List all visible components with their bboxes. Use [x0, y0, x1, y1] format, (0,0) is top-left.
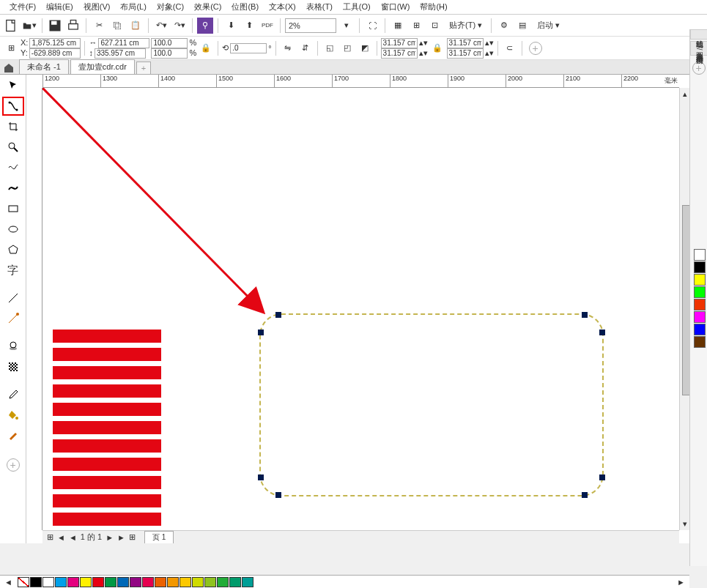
undo-button[interactable]: ↶▾ [153, 18, 169, 34]
polygon-tool[interactable] [2, 240, 24, 259]
color-swatch[interactable] [694, 286, 706, 298]
copy-button[interactable]: ⿻ [109, 18, 125, 34]
color-swatch[interactable] [229, 577, 241, 587]
horizontal-ruler[interactable]: 1200130014001500160017001800190020002100… [42, 75, 679, 88]
fill-tool[interactable] [2, 406, 24, 425]
rotation-input[interactable] [230, 43, 267, 53]
scale-y-input[interactable] [151, 48, 188, 59]
next-page-button[interactable]: ► [116, 533, 127, 542]
grid-button[interactable]: ▦ [390, 18, 406, 34]
search-button[interactable]: ⚲ [197, 18, 213, 34]
crop-tool[interactable] [2, 117, 24, 136]
zoom-tool[interactable] [2, 138, 24, 157]
color-swatch[interactable] [155, 577, 166, 587]
add-docker-button[interactable]: + [692, 62, 706, 75]
guides-button[interactable]: ⊡ [426, 18, 443, 34]
color-swatch[interactable] [694, 261, 706, 273]
shape-node[interactable] [258, 475, 264, 480]
outline-tool[interactable] [2, 426, 24, 445]
import-button[interactable]: ⬇ [223, 18, 239, 34]
menu-help[interactable]: 帮助(H) [415, 1, 452, 12]
shape-node[interactable] [582, 492, 588, 498]
menu-window[interactable]: 窗口(W) [376, 1, 415, 12]
drawing-canvas[interactable] [42, 88, 679, 530]
menu-effect[interactable]: 效果(C) [189, 1, 226, 12]
shape-node[interactable] [275, 312, 281, 318]
scale-x-input[interactable] [151, 38, 188, 48]
rectangle-tool[interactable] [2, 199, 24, 218]
color-swatch[interactable] [130, 577, 141, 587]
corner-scallop-button[interactable]: ◰ [339, 40, 355, 56]
selected-rounded-rectangle[interactable] [259, 313, 604, 496]
mirror-h-button[interactable]: ⇋ [280, 40, 296, 56]
zoom-level-input[interactable] [285, 18, 336, 33]
pdf-button[interactable]: PDF [259, 18, 275, 34]
color-swatch[interactable] [204, 577, 216, 587]
drop-shadow-tool[interactable] [2, 337, 24, 356]
eyedropper-tool[interactable] [2, 385, 24, 404]
scroll-down-icon[interactable]: ▾ [683, 519, 687, 529]
menu-edit[interactable]: 编辑(E) [41, 1, 78, 12]
docker-corners[interactable]: 圆角/扇形角/倒棱角 [690, 41, 707, 56]
palette-right-icon[interactable]: ► [673, 578, 689, 587]
print-button[interactable] [65, 18, 81, 34]
shape-node[interactable] [258, 330, 264, 335]
freehand-tool[interactable] [2, 158, 24, 177]
menu-table[interactable]: 表格(T) [301, 1, 338, 12]
width-input[interactable] [98, 38, 149, 48]
menu-view[interactable]: 视图(V) [78, 1, 116, 12]
corner-br-input[interactable] [447, 48, 484, 59]
y-position-input[interactable] [29, 48, 81, 59]
menu-layout[interactable]: 布局(L) [115, 1, 151, 12]
menu-tools[interactable]: 工具(O) [338, 1, 376, 12]
no-color-swatch[interactable] [694, 249, 706, 261]
cut-button[interactable]: ✂ [91, 18, 107, 34]
tab-new[interactable]: + [136, 62, 151, 74]
add-tool-button[interactable]: + [7, 458, 20, 472]
color-swatch[interactable] [117, 577, 129, 587]
shape-node[interactable] [599, 475, 605, 480]
corner-bl-input[interactable] [381, 48, 418, 59]
shape-node[interactable] [599, 330, 605, 335]
snap-dropdown[interactable]: 贴齐(T) ▾ [445, 20, 486, 31]
last-page-button[interactable]: ⊞ [127, 532, 137, 542]
red-stripes-object[interactable] [53, 330, 161, 543]
paste-button[interactable]: 📋 [127, 18, 144, 34]
home-icon[interactable] [3, 62, 15, 74]
next-button[interactable]: ► [104, 533, 115, 542]
shape-node[interactable] [582, 312, 588, 318]
corner-round-button[interactable]: ◱ [322, 40, 338, 56]
corner-lock-button[interactable]: 🔒 [429, 40, 445, 56]
options-button[interactable]: ⚙ [496, 18, 512, 34]
color-swatch[interactable] [192, 577, 204, 587]
shape-tool[interactable] [2, 97, 24, 116]
launch-dropdown[interactable]: 启动 ▾ [533, 20, 564, 31]
color-swatch[interactable] [242, 577, 253, 587]
color-swatch[interactable] [105, 577, 116, 587]
prev-button[interactable]: ◄ [67, 533, 78, 542]
lock-ratio-button[interactable]: 🔒 [198, 40, 214, 56]
artistic-media-tool[interactable] [2, 179, 24, 198]
color-swatch[interactable] [179, 577, 191, 587]
color-swatch[interactable] [67, 577, 79, 587]
mirror-v-button[interactable]: ⇵ [297, 40, 314, 56]
color-swatch[interactable] [92, 577, 104, 587]
add-property-button[interactable]: + [529, 42, 542, 55]
tab-doc1[interactable]: 未命名 -1 [19, 59, 69, 74]
color-swatch[interactable] [694, 336, 706, 348]
transparency-tool[interactable] [2, 357, 24, 376]
layout-button[interactable]: ▤ [514, 18, 530, 34]
menu-bitmap[interactable]: 位图(B) [226, 1, 264, 12]
no-fill-swatch[interactable] [18, 577, 29, 587]
color-swatch[interactable] [694, 324, 706, 335]
shape-node[interactable] [275, 492, 281, 498]
new-button[interactable] [3, 18, 19, 34]
fullscreen-button[interactable]: ⛶ [364, 18, 380, 34]
prev-page-button[interactable]: ◄ [56, 533, 67, 542]
color-swatch[interactable] [167, 577, 179, 587]
object-origin-icon[interactable]: ⊞ [3, 40, 19, 56]
wrap-text-button[interactable]: ⊂ [502, 40, 518, 56]
corner-tl-input[interactable] [381, 38, 418, 48]
vertical-ruler[interactable] [26, 88, 42, 530]
save-button[interactable] [47, 18, 63, 34]
